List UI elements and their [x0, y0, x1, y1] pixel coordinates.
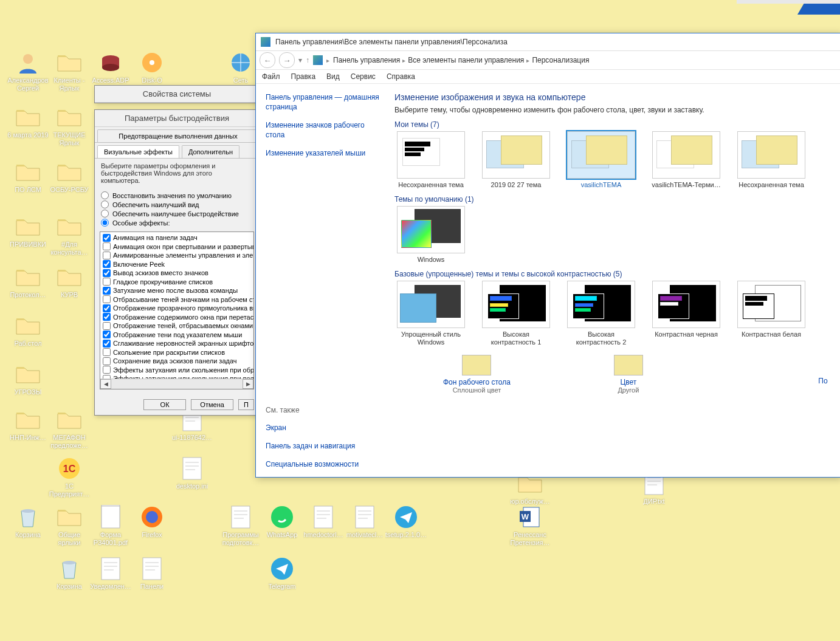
see-also-accessibility[interactable]: Специальные возможности — [266, 459, 381, 469]
cancel-button[interactable]: Отмена — [191, 399, 233, 410]
see-also-display[interactable]: Экран — [266, 423, 381, 433]
desktop-icon[interactable]: Disk-O — [130, 50, 174, 84]
desktop-icon[interactable]: Общие ярлыки — [47, 504, 91, 547]
last-bottom-option[interactable]: По — [809, 355, 837, 385]
perf-radio-option[interactable]: Восстановить значения по умолчанию — [101, 191, 253, 199]
checkbox-input[interactable] — [103, 331, 111, 338]
checkbox-input[interactable] — [103, 234, 111, 242]
nav-back-button[interactable]: ← — [260, 52, 275, 68]
theme-item[interactable]: Windows — [394, 206, 467, 264]
tab-visual-effects[interactable]: Визуальные эффекты — [97, 145, 179, 158]
radio-input[interactable] — [101, 191, 109, 199]
desktop-icon[interactable]: tsetup.2.1.0… — [384, 504, 428, 539]
desktop-icon[interactable]: 6 марта 2019 — [6, 105, 50, 139]
menu-item[interactable]: Вид — [326, 72, 340, 81]
side-link-home[interactable]: Панель управления — домашняя страница — [266, 92, 381, 112]
effect-checkbox-row[interactable]: Затухание меню после вызова команды — [102, 286, 252, 295]
desktop-icon[interactable]: МЕГАФОН предложе… — [47, 407, 91, 450]
see-also-taskbar[interactable]: Панель задач и навигация — [266, 441, 381, 451]
effect-checkbox-row[interactable]: Отображение тени под указателем мыши — [102, 331, 252, 340]
desktop-icon[interactable]: Протокол… — [6, 264, 50, 299]
theme-item[interactable]: Несохраненная тема — [735, 131, 808, 189]
effect-checkbox-row[interactable]: Включение Peek — [102, 260, 252, 269]
desktop-icon[interactable]: Корзина — [47, 556, 91, 591]
desktop-background-option[interactable]: Фон рабочего стола Сплошной цвет — [443, 355, 511, 394]
theme-item[interactable]: vasilichTEMA — [565, 131, 638, 189]
effect-checkbox-row[interactable]: Отображение содержимого окна при перетас… — [102, 313, 252, 322]
breadcrumb[interactable]: Панель управления▸ Все элементы панели у… — [333, 56, 837, 64]
checkbox-input[interactable] — [103, 322, 111, 330]
effect-checkbox-row[interactable]: Отбрасывание теней значками на рабочем с… — [102, 295, 252, 304]
effect-checkbox-row[interactable]: Отображение прозрачного прямоугольника в… — [102, 304, 252, 313]
tab-dep[interactable]: Предотвращение выполнения данных — [97, 129, 259, 142]
effect-checkbox-row[interactable]: Гладкое прокручивание списков — [102, 278, 252, 287]
effects-checklist[interactable]: Анимация на панели задачАнимация окон пр… — [100, 231, 254, 389]
theme-item[interactable]: Контрастная белая — [735, 281, 808, 346]
desktop-icon[interactable]: Access.ADP — [89, 50, 133, 84]
theme-item[interactable]: 2019 02 27 тема — [480, 131, 553, 189]
effect-checkbox-row[interactable]: Сглаживание неровностей экранных шрифтов — [102, 339, 252, 348]
effect-checkbox-row[interactable]: Вывод эскизов вместо значков — [102, 269, 252, 278]
menu-item[interactable]: Файл — [262, 72, 280, 81]
checkbox-input[interactable] — [103, 278, 111, 286]
color-option[interactable]: Цвет Другой — [614, 355, 643, 394]
menu-item[interactable]: Справка — [387, 72, 415, 81]
menu-item[interactable]: Сервис — [351, 72, 376, 81]
horizontal-scrollbar[interactable]: ◀ ▶ — [100, 379, 253, 389]
checkbox-input[interactable] — [103, 366, 111, 374]
radio-input[interactable] — [101, 210, 109, 218]
side-link-desktop-icons[interactable]: Изменение значков рабочего стола — [266, 120, 381, 140]
menu-item[interactable]: Правка — [291, 72, 316, 81]
scroll-right-icon[interactable]: ▶ — [243, 379, 253, 389]
desktop-icon[interactable]: desktop.ini — [170, 456, 214, 490]
theme-item[interactable]: Контрастная черная — [650, 281, 723, 346]
desktop-icon[interactable]: ПО ЛСМ — [6, 159, 50, 194]
theme-item[interactable]: vasilichTEMA-Терми… — [650, 131, 723, 189]
effect-checkbox-row[interactable]: Отображение теней, отбрасываемых окнами — [102, 321, 252, 331]
desktop-icon[interactable]: ПРИВИВКИ — [6, 214, 50, 249]
desktop-icon[interactable]: Форма Р34001.pdf — [89, 504, 133, 547]
checkbox-input[interactable] — [103, 252, 111, 259]
checkbox-input[interactable] — [103, 287, 111, 295]
desktop-icon[interactable]: Программы подготовк… — [219, 504, 263, 547]
desktop-icon[interactable]: ННП-Инж… — [6, 407, 50, 442]
checkbox-input[interactable] — [103, 340, 111, 348]
checkbox-input[interactable] — [103, 260, 111, 268]
desktop-icon[interactable]: 1C1С Предприят… — [47, 456, 91, 498]
desktop-icon[interactable]: Firefox — [130, 504, 174, 539]
desktop-icon[interactable]: WhatsApp — [260, 504, 304, 539]
side-link-mouse-pointers[interactable]: Изменение указателей мыши — [266, 148, 381, 158]
perf-radio-option[interactable]: Обеспечить наилучшее быстродействие — [101, 210, 253, 218]
checkbox-input[interactable] — [103, 304, 111, 312]
scroll-left-icon[interactable]: ◀ — [100, 379, 111, 389]
checkbox-input[interactable] — [103, 269, 111, 277]
theme-item[interactable]: Высокая контрастность 2 — [565, 281, 638, 346]
desktop-icon[interactable]: Уведомлен… — [89, 556, 133, 591]
effect-checkbox-row[interactable]: Сохранение вида эскизов панели задач — [102, 357, 252, 366]
desktop-icon[interactable]: УГРОЗЫ — [6, 362, 50, 396]
checkbox-input[interactable] — [103, 242, 111, 250]
theme-item[interactable]: Высокая контрастность 1 — [480, 281, 553, 346]
checkbox-input[interactable] — [103, 295, 111, 303]
perf-radio-option[interactable]: Обеспечить наилучший вид — [101, 201, 253, 208]
checkbox-input[interactable] — [103, 313, 111, 321]
desktop-icon[interactable]: Александров Сергей — [6, 50, 50, 92]
apply-button[interactable]: П — [238, 399, 254, 410]
effect-checkbox-row[interactable]: Анимация на панели задач — [102, 233, 252, 242]
radio-input[interactable] — [101, 219, 109, 227]
desktop-icon[interactable]: #Для консульта… — [47, 214, 91, 256]
desktop-icon[interactable]: motivatecl… — [343, 504, 387, 539]
desktop-icon[interactable]: Панели — [130, 556, 174, 591]
desktop-icon[interactable]: WРенессанс Претензия… — [508, 504, 552, 547]
radio-input[interactable] — [101, 201, 109, 208]
theme-item[interactable]: Несохраненная тема — [394, 131, 467, 189]
desktop-icon[interactable]: КУРВ — [47, 264, 91, 299]
desktop-icon[interactable]: ОСБУ-РСБУ — [47, 159, 91, 194]
desktop-icon[interactable]: hmedoctorl… — [301, 504, 345, 539]
nav-forward-button[interactable]: → — [279, 52, 295, 68]
effect-checkbox-row[interactable]: Скольжение при раскрытии списков — [102, 348, 252, 357]
effect-checkbox-row[interactable]: Анимация окон при свертывании и разверты… — [102, 242, 252, 252]
checkbox-input[interactable] — [103, 348, 111, 356]
checkbox-input[interactable] — [103, 357, 111, 365]
tab-advanced[interactable]: Дополнительн — [182, 145, 239, 158]
